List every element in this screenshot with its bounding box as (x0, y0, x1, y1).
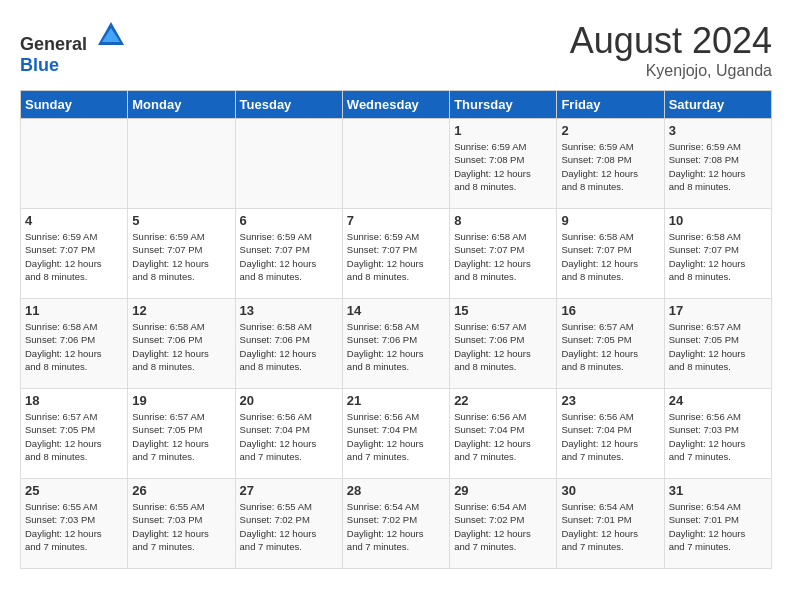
calendar-week-4: 18Sunrise: 6:57 AM Sunset: 7:05 PM Dayli… (21, 389, 772, 479)
day-info: Sunrise: 6:58 AM Sunset: 7:07 PM Dayligh… (561, 230, 659, 283)
calendar-cell: 18Sunrise: 6:57 AM Sunset: 7:05 PM Dayli… (21, 389, 128, 479)
day-info: Sunrise: 6:57 AM Sunset: 7:05 PM Dayligh… (561, 320, 659, 373)
calendar-cell: 11Sunrise: 6:58 AM Sunset: 7:06 PM Dayli… (21, 299, 128, 389)
day-number: 26 (132, 483, 230, 498)
calendar-week-1: 1Sunrise: 6:59 AM Sunset: 7:08 PM Daylig… (21, 119, 772, 209)
calendar-cell: 4Sunrise: 6:59 AM Sunset: 7:07 PM Daylig… (21, 209, 128, 299)
day-number: 13 (240, 303, 338, 318)
day-info: Sunrise: 6:59 AM Sunset: 7:07 PM Dayligh… (25, 230, 123, 283)
calendar-cell: 5Sunrise: 6:59 AM Sunset: 7:07 PM Daylig… (128, 209, 235, 299)
day-info: Sunrise: 6:56 AM Sunset: 7:04 PM Dayligh… (454, 410, 552, 463)
day-number: 23 (561, 393, 659, 408)
day-number: 14 (347, 303, 445, 318)
day-info: Sunrise: 6:58 AM Sunset: 7:07 PM Dayligh… (454, 230, 552, 283)
day-number: 6 (240, 213, 338, 228)
day-info: Sunrise: 6:57 AM Sunset: 7:05 PM Dayligh… (669, 320, 767, 373)
day-info: Sunrise: 6:56 AM Sunset: 7:04 PM Dayligh… (561, 410, 659, 463)
calendar-cell: 26Sunrise: 6:55 AM Sunset: 7:03 PM Dayli… (128, 479, 235, 569)
calendar-cell: 23Sunrise: 6:56 AM Sunset: 7:04 PM Dayli… (557, 389, 664, 479)
calendar-cell: 14Sunrise: 6:58 AM Sunset: 7:06 PM Dayli… (342, 299, 449, 389)
day-info: Sunrise: 6:56 AM Sunset: 7:03 PM Dayligh… (669, 410, 767, 463)
page-header: General Blue August 2024 Kyenjojo, Ugand… (20, 20, 772, 80)
day-number: 4 (25, 213, 123, 228)
calendar-cell: 31Sunrise: 6:54 AM Sunset: 7:01 PM Dayli… (664, 479, 771, 569)
weekday-header-thursday: Thursday (450, 91, 557, 119)
title-block: August 2024 Kyenjojo, Uganda (570, 20, 772, 80)
calendar-cell: 15Sunrise: 6:57 AM Sunset: 7:06 PM Dayli… (450, 299, 557, 389)
calendar-cell: 1Sunrise: 6:59 AM Sunset: 7:08 PM Daylig… (450, 119, 557, 209)
day-info: Sunrise: 6:56 AM Sunset: 7:04 PM Dayligh… (240, 410, 338, 463)
day-info: Sunrise: 6:56 AM Sunset: 7:04 PM Dayligh… (347, 410, 445, 463)
day-info: Sunrise: 6:54 AM Sunset: 7:02 PM Dayligh… (454, 500, 552, 553)
day-number: 22 (454, 393, 552, 408)
calendar-cell (342, 119, 449, 209)
calendar-cell: 20Sunrise: 6:56 AM Sunset: 7:04 PM Dayli… (235, 389, 342, 479)
calendar-cell: 2Sunrise: 6:59 AM Sunset: 7:08 PM Daylig… (557, 119, 664, 209)
day-info: Sunrise: 6:59 AM Sunset: 7:08 PM Dayligh… (669, 140, 767, 193)
location-subtitle: Kyenjojo, Uganda (570, 62, 772, 80)
day-info: Sunrise: 6:55 AM Sunset: 7:03 PM Dayligh… (132, 500, 230, 553)
day-number: 24 (669, 393, 767, 408)
weekday-header-monday: Monday (128, 91, 235, 119)
logo-icon (96, 20, 126, 50)
weekday-header-tuesday: Tuesday (235, 91, 342, 119)
day-number: 27 (240, 483, 338, 498)
day-number: 30 (561, 483, 659, 498)
calendar-week-2: 4Sunrise: 6:59 AM Sunset: 7:07 PM Daylig… (21, 209, 772, 299)
day-info: Sunrise: 6:55 AM Sunset: 7:03 PM Dayligh… (25, 500, 123, 553)
day-number: 28 (347, 483, 445, 498)
day-info: Sunrise: 6:59 AM Sunset: 7:07 PM Dayligh… (132, 230, 230, 283)
calendar-cell: 21Sunrise: 6:56 AM Sunset: 7:04 PM Dayli… (342, 389, 449, 479)
day-info: Sunrise: 6:55 AM Sunset: 7:02 PM Dayligh… (240, 500, 338, 553)
day-info: Sunrise: 6:58 AM Sunset: 7:06 PM Dayligh… (347, 320, 445, 373)
calendar-cell: 10Sunrise: 6:58 AM Sunset: 7:07 PM Dayli… (664, 209, 771, 299)
calendar-cell: 24Sunrise: 6:56 AM Sunset: 7:03 PM Dayli… (664, 389, 771, 479)
day-info: Sunrise: 6:54 AM Sunset: 7:01 PM Dayligh… (561, 500, 659, 553)
logo-general: General (20, 34, 87, 54)
day-info: Sunrise: 6:58 AM Sunset: 7:06 PM Dayligh… (132, 320, 230, 373)
calendar-cell: 22Sunrise: 6:56 AM Sunset: 7:04 PM Dayli… (450, 389, 557, 479)
weekday-header-friday: Friday (557, 91, 664, 119)
day-info: Sunrise: 6:59 AM Sunset: 7:07 PM Dayligh… (347, 230, 445, 283)
calendar-cell: 3Sunrise: 6:59 AM Sunset: 7:08 PM Daylig… (664, 119, 771, 209)
day-info: Sunrise: 6:58 AM Sunset: 7:06 PM Dayligh… (240, 320, 338, 373)
day-number: 11 (25, 303, 123, 318)
calendar-cell (235, 119, 342, 209)
day-number: 10 (669, 213, 767, 228)
day-number: 8 (454, 213, 552, 228)
day-number: 31 (669, 483, 767, 498)
calendar-cell: 12Sunrise: 6:58 AM Sunset: 7:06 PM Dayli… (128, 299, 235, 389)
day-info: Sunrise: 6:57 AM Sunset: 7:05 PM Dayligh… (132, 410, 230, 463)
calendar-week-3: 11Sunrise: 6:58 AM Sunset: 7:06 PM Dayli… (21, 299, 772, 389)
weekday-header-sunday: Sunday (21, 91, 128, 119)
logo-text: General Blue (20, 20, 126, 76)
day-number: 2 (561, 123, 659, 138)
day-info: Sunrise: 6:57 AM Sunset: 7:05 PM Dayligh… (25, 410, 123, 463)
day-info: Sunrise: 6:57 AM Sunset: 7:06 PM Dayligh… (454, 320, 552, 373)
day-number: 19 (132, 393, 230, 408)
calendar-cell: 16Sunrise: 6:57 AM Sunset: 7:05 PM Dayli… (557, 299, 664, 389)
calendar-cell: 30Sunrise: 6:54 AM Sunset: 7:01 PM Dayli… (557, 479, 664, 569)
calendar-week-5: 25Sunrise: 6:55 AM Sunset: 7:03 PM Dayli… (21, 479, 772, 569)
calendar-cell: 19Sunrise: 6:57 AM Sunset: 7:05 PM Dayli… (128, 389, 235, 479)
day-info: Sunrise: 6:59 AM Sunset: 7:08 PM Dayligh… (454, 140, 552, 193)
calendar-cell (21, 119, 128, 209)
day-number: 15 (454, 303, 552, 318)
calendar-cell (128, 119, 235, 209)
day-info: Sunrise: 6:54 AM Sunset: 7:01 PM Dayligh… (669, 500, 767, 553)
calendar-cell: 29Sunrise: 6:54 AM Sunset: 7:02 PM Dayli… (450, 479, 557, 569)
logo-blue: Blue (20, 55, 59, 75)
month-year-title: August 2024 (570, 20, 772, 62)
calendar-cell: 17Sunrise: 6:57 AM Sunset: 7:05 PM Dayli… (664, 299, 771, 389)
calendar-cell: 9Sunrise: 6:58 AM Sunset: 7:07 PM Daylig… (557, 209, 664, 299)
day-info: Sunrise: 6:54 AM Sunset: 7:02 PM Dayligh… (347, 500, 445, 553)
day-info: Sunrise: 6:59 AM Sunset: 7:08 PM Dayligh… (561, 140, 659, 193)
calendar-cell: 6Sunrise: 6:59 AM Sunset: 7:07 PM Daylig… (235, 209, 342, 299)
day-number: 18 (25, 393, 123, 408)
day-number: 12 (132, 303, 230, 318)
day-info: Sunrise: 6:58 AM Sunset: 7:06 PM Dayligh… (25, 320, 123, 373)
calendar-cell: 27Sunrise: 6:55 AM Sunset: 7:02 PM Dayli… (235, 479, 342, 569)
weekday-header-row: SundayMondayTuesdayWednesdayThursdayFrid… (21, 91, 772, 119)
day-number: 7 (347, 213, 445, 228)
day-number: 29 (454, 483, 552, 498)
